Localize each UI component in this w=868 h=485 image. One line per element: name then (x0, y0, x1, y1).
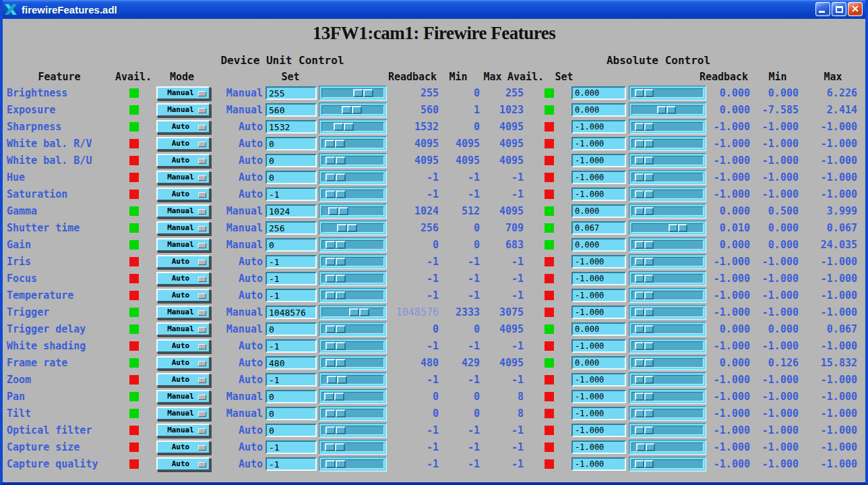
slider-thumb[interactable] (328, 207, 348, 215)
device-set-slider[interactable] (319, 406, 387, 421)
device-set-input[interactable] (266, 137, 317, 150)
slider-thumb[interactable] (635, 460, 654, 468)
device-set-input[interactable] (266, 407, 317, 420)
slider-thumb[interactable] (635, 376, 654, 384)
device-set-input[interactable] (266, 373, 317, 387)
device-set-input[interactable] (266, 238, 317, 252)
mode-option-menu[interactable]: Manual (156, 221, 210, 235)
slider-thumb[interactable] (635, 241, 654, 249)
minimize-button[interactable] (815, 2, 830, 16)
slider-trough[interactable] (321, 426, 384, 435)
slider-trough[interactable] (321, 341, 384, 351)
absolute-set-input[interactable] (571, 154, 626, 167)
slider-thumb[interactable] (635, 207, 654, 215)
slider-trough[interactable] (321, 375, 384, 384)
absolute-set-input[interactable] (571, 407, 626, 420)
slider-thumb[interactable] (326, 409, 346, 418)
device-set-slider[interactable] (319, 254, 387, 269)
slider-thumb[interactable] (635, 275, 654, 283)
slider-thumb[interactable] (337, 224, 357, 232)
slider-trough[interactable] (321, 443, 384, 452)
absolute-set-input[interactable] (571, 424, 626, 437)
device-set-slider[interactable] (319, 271, 387, 286)
slider-thumb[interactable] (635, 409, 654, 418)
absolute-set-input[interactable] (571, 188, 626, 201)
device-set-input[interactable] (266, 255, 317, 268)
slider-thumb[interactable] (342, 106, 362, 114)
absolute-set-input[interactable] (571, 86, 626, 100)
slider-thumb[interactable] (635, 393, 654, 401)
device-set-input[interactable] (266, 390, 317, 403)
slider-trough[interactable] (321, 308, 384, 317)
slider-trough[interactable] (321, 257, 384, 266)
slider-thumb[interactable] (326, 241, 346, 249)
device-set-slider[interactable] (319, 187, 387, 202)
slider-thumb[interactable] (635, 342, 654, 350)
mode-option-menu[interactable]: Auto (156, 154, 210, 167)
device-set-slider[interactable] (319, 355, 387, 370)
slider-thumb[interactable] (326, 258, 346, 266)
absolute-set-input[interactable] (571, 289, 626, 302)
device-set-input[interactable] (266, 272, 317, 285)
slider-trough[interactable] (321, 459, 384, 469)
slider-thumb[interactable] (326, 190, 346, 198)
mode-option-menu[interactable]: Manual (156, 390, 210, 403)
device-set-slider[interactable] (319, 457, 387, 472)
device-set-input[interactable] (266, 171, 317, 184)
slider-trough[interactable] (321, 190, 384, 199)
device-set-slider[interactable] (319, 440, 387, 455)
absolute-set-input[interactable] (571, 171, 626, 184)
device-set-slider[interactable] (319, 288, 387, 303)
slider-trough[interactable] (321, 358, 384, 368)
slider-trough[interactable] (321, 139, 384, 148)
slider-thumb[interactable] (326, 426, 346, 434)
slider-thumb[interactable] (326, 460, 346, 468)
absolute-set-input[interactable] (571, 103, 626, 117)
slider-trough[interactable] (321, 223, 384, 233)
device-set-input[interactable] (266, 154, 317, 167)
slider-thumb[interactable] (635, 291, 654, 299)
slider-trough[interactable] (321, 156, 384, 165)
mode-option-menu[interactable]: Auto (156, 440, 210, 454)
device-set-input[interactable] (266, 204, 317, 218)
device-set-input[interactable] (266, 221, 317, 235)
device-set-input[interactable] (266, 188, 317, 201)
mode-option-menu[interactable]: Auto (156, 272, 210, 285)
device-set-slider[interactable] (319, 305, 387, 320)
slider-thumb[interactable] (325, 140, 345, 148)
mode-option-menu[interactable]: Auto (156, 137, 210, 150)
absolute-set-input[interactable] (571, 390, 626, 403)
device-set-slider[interactable] (319, 153, 387, 168)
slider-trough[interactable] (321, 206, 384, 216)
absolute-set-input[interactable] (571, 137, 626, 150)
absolute-set-input[interactable] (571, 204, 626, 218)
slider-trough[interactable] (321, 88, 384, 98)
slider-thumb[interactable] (669, 224, 687, 232)
slider-thumb[interactable] (635, 156, 654, 165)
mode-option-menu[interactable]: Manual (156, 407, 210, 420)
slider-thumb[interactable] (326, 359, 346, 367)
slider-thumb[interactable] (326, 156, 346, 165)
device-set-slider[interactable] (319, 322, 387, 337)
device-set-slider[interactable] (319, 389, 387, 404)
device-set-slider[interactable] (319, 119, 387, 134)
mode-option-menu[interactable]: Auto (156, 289, 210, 302)
slider-thumb[interactable] (327, 376, 347, 384)
device-set-input[interactable] (266, 306, 317, 319)
absolute-set-input[interactable] (571, 356, 626, 370)
device-set-input[interactable] (266, 103, 317, 117)
mode-option-menu[interactable]: Manual (156, 238, 210, 252)
mode-option-menu[interactable]: Auto (156, 356, 210, 370)
slider-thumb[interactable] (635, 190, 654, 198)
device-set-input[interactable] (266, 86, 317, 100)
device-set-input[interactable] (266, 356, 317, 370)
mode-option-menu[interactable]: Manual (156, 424, 210, 437)
maximize-button[interactable] (832, 2, 846, 16)
slider-thumb[interactable] (326, 291, 346, 299)
device-set-input[interactable] (266, 339, 317, 353)
device-set-input[interactable] (266, 457, 317, 471)
absolute-set-input[interactable] (571, 339, 626, 353)
slider-trough[interactable] (321, 240, 384, 250)
device-set-slider[interactable] (319, 237, 387, 252)
slider-thumb[interactable] (326, 325, 346, 333)
